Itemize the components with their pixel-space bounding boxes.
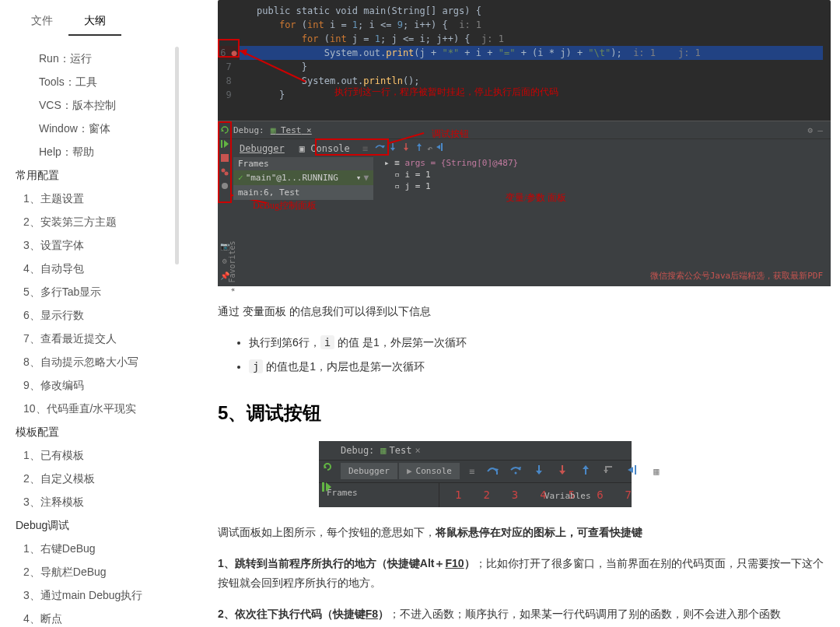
svg-marker-23 (326, 482, 331, 492)
rerun-icon[interactable] (322, 461, 333, 475)
nav-item[interactable]: 2、自定义模板 (0, 468, 179, 491)
nav-item[interactable]: 3、通过main Debug执行 (0, 584, 179, 608)
console-tab[interactable]: ▶Console (399, 463, 460, 479)
svg-marker-15 (404, 148, 408, 151)
nav-item[interactable]: Run：运行 (0, 47, 179, 71)
debug-tab-test[interactable]: ▦ Test × (264, 124, 318, 137)
var-args[interactable]: ▸ ≡ args = {String[0]@487} (381, 157, 827, 169)
force-step-into-icon[interactable] (556, 464, 569, 478)
debugger-tab[interactable]: Debugger (233, 142, 291, 156)
step-over-icon[interactable] (509, 464, 522, 478)
nav-item[interactable]: 4、自动导包 (0, 257, 179, 281)
svg-rect-18 (441, 143, 443, 151)
frame-row[interactable]: main:6, Test (233, 185, 373, 200)
eval-icon[interactable]: ▦ (653, 466, 659, 477)
debugger-tab[interactable]: Debugger (341, 463, 397, 479)
drop-frame-icon[interactable] (603, 464, 615, 478)
nav-item[interactable]: 2、导航栏DeBug (0, 561, 179, 584)
frames-label: Frames (319, 483, 439, 507)
nav-section[interactable]: Debug调试 (0, 514, 179, 538)
nav-item[interactable]: 1、右键DeBug (0, 538, 179, 561)
var-panel-note: 变量/参数 面板 (506, 191, 566, 205)
svg-rect-35 (635, 465, 636, 475)
tab-outline[interactable]: 大纲 (68, 8, 121, 36)
debug-panel: DeBug控制面板 Debug: ▦ Test × ⚙ — Debugger ▣… (218, 121, 831, 286)
tab-file[interactable]: 文件 (16, 8, 68, 36)
list-item: j 的值也是1，内层也是第一次循环 (249, 357, 824, 377)
paragraph-2: 调试面板如上图所示，每个按钮的意思如下，将鼠标悬停在对应的图标上，可查看快捷键 (218, 523, 824, 542)
paragraph-3: 1、跳转到当前程序所执行的地方（快捷键Alt＋F10）；比如你打开了很多窗口，当… (218, 554, 824, 593)
code-j: j (249, 359, 263, 373)
nav-item[interactable]: 6、显示行数 (0, 304, 179, 328)
svg-marker-29 (536, 471, 542, 475)
nav-item[interactable]: 5、多行Tab显示 (0, 281, 179, 304)
sidebar-tabs: 文件 大纲 (0, 8, 179, 36)
watermark: 微信搜索公众号Java后端精选，获取最新PDF (650, 270, 823, 282)
svg-point-27 (515, 472, 517, 475)
frames-header: Frames (233, 157, 373, 170)
nav-item[interactable]: 4、断点 (0, 608, 179, 627)
code-line: for (int j = 1; j <= i; j++) { j: 1 (226, 32, 823, 46)
svg-marker-31 (559, 471, 565, 475)
show-exec-icon[interactable] (486, 464, 499, 478)
nav-section[interactable]: 常用配置 (0, 164, 179, 187)
debug-buttons-image: Debug: ▦Test × Debugger ▶Console ≡ ▦ Fra… (319, 441, 632, 507)
nav-item[interactable]: 7、查看最近提交人 (0, 328, 179, 351)
svg-line-0 (240, 51, 306, 82)
svg-marker-13 (390, 148, 395, 151)
nav-item[interactable]: Tools：工具 (0, 71, 179, 94)
code-i: i (320, 335, 334, 349)
run-cursor-icon[interactable] (435, 142, 446, 155)
code-line: public static void main(String[] args) { (226, 4, 823, 18)
svg-marker-1 (240, 49, 247, 56)
settings2-icon[interactable]: ⚙ (222, 257, 227, 265)
nav-item[interactable]: 1、主题设置 (0, 187, 179, 211)
test-tab[interactable]: ▦Test × (374, 443, 426, 457)
sidebar: 文件 大纲 Run：运行Tools：工具VCS：版本控制Window：窗体Hel… (0, 0, 179, 627)
nav-item[interactable]: Help：帮助 (0, 141, 179, 164)
nav-item[interactable]: 3、设置字体 (0, 234, 179, 257)
nav-item[interactable]: 3、注释模板 (0, 491, 179, 514)
svg-rect-25 (496, 471, 498, 475)
nav-item[interactable]: 8、自动提示忽略大小写 (0, 351, 179, 374)
section-heading: 5、调试按钮 (218, 401, 824, 426)
debug-panel-note: DeBug控制面板 (253, 199, 317, 212)
var-i[interactable]: ▫ i = 1 (381, 169, 827, 180)
step-number: 3 (512, 489, 518, 501)
threads-icon[interactable]: ≡ (469, 466, 474, 477)
drop-frame-icon[interactable]: ↶ (427, 143, 432, 154)
step-number: 2 (483, 489, 489, 501)
nav-item[interactable]: 2、安装第三方主题 (0, 211, 179, 234)
frame-main[interactable]: ✓"main"@1...RUNNING ▾▼ (233, 170, 373, 185)
svg-marker-36 (628, 467, 633, 473)
code-line: for (int i = 1; i <= 9; i++) { i: 1 (226, 18, 823, 32)
svg-marker-33 (583, 465, 589, 469)
main-content: public static void main(String[] args) {… (179, 0, 840, 627)
nav-item[interactable]: 1、已有模板 (0, 444, 179, 468)
code-line: 6 ● System.out.print(j + "*" + i + "=" +… (226, 46, 823, 60)
debug-label: Debug: (341, 445, 374, 456)
debug-title: Debug: (233, 125, 264, 135)
paragraph-4: 2、依次往下执行代码（快捷键F8）；不进入函数；顺序执行，如果某一行代码调用了别… (218, 604, 824, 624)
step-out-icon[interactable] (579, 464, 592, 478)
variables-label: Variables (544, 491, 591, 501)
run-cursor-icon[interactable] (626, 464, 639, 478)
step-into-icon[interactable] (533, 464, 545, 478)
nav-item[interactable]: Window：窗体 (0, 117, 179, 141)
paragraph-intro: 通过 变量面板 的信息我们可以得到以下信息 (218, 302, 824, 321)
nav-item[interactable]: 10、代码垂直/水平现实 (0, 398, 179, 421)
svg-marker-34 (604, 470, 608, 473)
favorites-tab[interactable]: ★ Favorites (228, 240, 236, 292)
bullet-list: 执行到第6行，i 的值 是1，外层第一次循环 j 的值也是1，内层也是第一次循环 (218, 333, 824, 377)
scrollbar[interactable] (175, 47, 179, 264)
settings-icon[interactable]: ⚙ — (807, 125, 823, 135)
nav-section[interactable]: 模板配置 (0, 421, 179, 444)
code-line: 7 } (226, 60, 823, 74)
nav-item[interactable]: VCS：版本控制 (0, 94, 179, 117)
resume-icon[interactable] (322, 482, 333, 494)
nav-item[interactable]: 9、修改编码 (0, 374, 179, 398)
ide-screenshot: public static void main(String[] args) {… (218, 0, 831, 286)
var-j[interactable]: ▫ j = 1 (381, 180, 827, 192)
svg-rect-22 (322, 482, 324, 492)
svg-line-20 (389, 133, 424, 143)
